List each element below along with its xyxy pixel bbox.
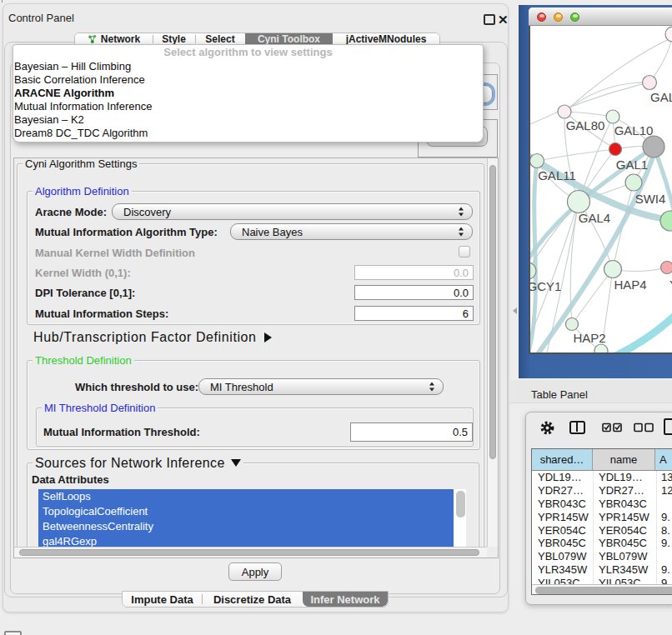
attribute-item-topologicalcoefficient[interactable]: TopologicalCoefficient xyxy=(38,504,454,519)
node-top-right[interactable] xyxy=(665,27,672,42)
float-window-icon[interactable] xyxy=(484,14,495,25)
attribute-item-gal4rgexp[interactable]: gal4RGexp xyxy=(38,534,454,547)
mi-type-combobox[interactable]: Naive Bayes xyxy=(230,223,473,240)
algorithm-option-bayesian-hill-climbing[interactable]: Bayesian – Hill Climbing xyxy=(13,60,483,73)
apply-button[interactable]: Apply xyxy=(228,562,282,581)
mi-type-value: Naive Bayes xyxy=(242,226,303,238)
table-horizontal-scrollbar[interactable] xyxy=(532,584,672,595)
node-label-hap2: HAP2 xyxy=(573,331,605,345)
table-row[interactable]: YDR27…YDR27…12 xyxy=(532,484,672,498)
tab-select[interactable]: Select xyxy=(195,33,245,45)
dpi-tolerance-field[interactable]: 0.0 xyxy=(354,285,474,300)
table-cell: YER054C xyxy=(532,524,593,537)
algorithm-option-mutual-information-inference[interactable]: Mutual Information Inference xyxy=(13,100,483,113)
vertical-scrollbar[interactable] xyxy=(487,158,498,547)
algorithm-option-basic-correlation-inference[interactable]: Basic Correlation Inference xyxy=(13,73,483,87)
network-canvas[interactable]: GAL7GAL80GAL10GAL1GAL11SWI4GAL4GCY1HAP4Y… xyxy=(529,26,672,354)
node-gal80[interactable] xyxy=(558,105,571,118)
close-traffic-light-icon[interactable] xyxy=(537,12,546,22)
document-icon[interactable] xyxy=(664,418,672,435)
which-threshold-label: Which threshold to use: xyxy=(75,381,198,393)
algorithm-option-dream8-dc-tdc-algorithm[interactable]: Dream8 DC_TDC Algorithm xyxy=(13,127,483,140)
mi-steps-label: Mutual Information Steps: xyxy=(35,308,168,320)
column-header-shared-[interactable]: shared… xyxy=(532,449,593,471)
horizontal-scrollbar-thumb[interactable] xyxy=(19,549,479,556)
node-hap2[interactable] xyxy=(566,318,579,331)
attribute-item-betweennesscentrality[interactable]: BetweennessCentrality xyxy=(38,519,454,534)
bottom-tab-infer-network[interactable]: Infer Network xyxy=(303,592,388,607)
mi-type-label: Mutual Information Algorithm Type: xyxy=(35,226,218,238)
tab-cyni-toolbox[interactable]: Cyni Toolbox xyxy=(245,33,333,45)
table-row[interactable]: YLR345WYLR345W9. xyxy=(532,563,672,577)
select-unchecked-icon[interactable] xyxy=(634,422,654,432)
node-gal10[interactable] xyxy=(606,110,619,123)
network-window-titlebar[interactable] xyxy=(529,8,672,26)
table-cell: YBR045C xyxy=(532,537,593,549)
table-cell: 9. xyxy=(655,537,672,549)
network-edge[interactable] xyxy=(564,112,613,117)
node-gray[interactable] xyxy=(643,136,664,158)
node-label-gal11: GAL11 xyxy=(538,168,576,182)
data-attributes-list[interactable]: SelfLoopsTopologicalCoefficientBetweenne… xyxy=(38,489,466,547)
table-row[interactable]: YPR145WYPR145W9. xyxy=(532,510,672,523)
algorithm-option-aracne-algorithm[interactable]: ARACNE Algorithm xyxy=(13,87,483,100)
node-gal7[interactable] xyxy=(643,76,657,90)
manual-kernel-checkbox[interactable] xyxy=(459,246,470,258)
zoom-traffic-light-icon[interactable] xyxy=(570,12,579,22)
horizontal-scrollbar[interactable] xyxy=(14,547,488,558)
node-green-right[interactable] xyxy=(660,211,672,231)
node-gal11[interactable] xyxy=(530,154,544,168)
network-edge[interactable] xyxy=(564,82,649,112)
node-label-hap4: HAP4 xyxy=(614,278,646,292)
tab-style[interactable]: Style xyxy=(153,33,195,45)
tab-jactivemnodules[interactable]: jActiveMNodules xyxy=(333,33,439,45)
which-threshold-value: MI Threshold xyxy=(210,381,273,393)
table-cell: 9. xyxy=(655,511,672,523)
node-label-gal1: GAL1 xyxy=(616,158,648,172)
table-row[interactable]: YER054CYER054C8. xyxy=(532,523,672,537)
bottom-tab-impute-data[interactable]: Impute Data xyxy=(123,592,202,607)
column-header-a[interactable]: A xyxy=(655,449,672,471)
which-threshold-combobox[interactable]: MI Threshold xyxy=(198,378,444,395)
table-row[interactable]: YDL19…YDL19…13 xyxy=(532,471,672,484)
table-hscrollbar-thumb[interactable] xyxy=(535,587,672,594)
select-checked-icon[interactable] xyxy=(602,422,622,432)
column-header-name[interactable]: name xyxy=(593,449,655,471)
mi-threshold-field[interactable]: 0.5 xyxy=(350,422,473,442)
tab-network[interactable]: Network xyxy=(75,33,153,45)
node-salmon[interactable] xyxy=(661,262,672,274)
algorithm-option-bayesian-k2[interactable]: Bayesian – K2 xyxy=(13,113,483,127)
kernel-width-field[interactable]: 0.0 xyxy=(354,265,474,280)
gear-icon[interactable] xyxy=(539,420,555,436)
network-edge-thick[interactable] xyxy=(615,316,672,352)
node-gal4[interactable] xyxy=(568,191,590,213)
network-edge[interactable] xyxy=(537,149,615,161)
network-edge[interactable] xyxy=(649,34,672,82)
split-columns-icon[interactable] xyxy=(569,421,585,434)
bottom-tab-discretize-data[interactable]: Discretize Data xyxy=(202,592,303,607)
mi-threshold-value: 0.5 xyxy=(453,426,468,438)
node-hap4[interactable] xyxy=(604,261,622,278)
splitter-collapse-icon[interactable] xyxy=(513,308,517,314)
attributes-list-scrollbar[interactable] xyxy=(456,491,465,518)
table-row[interactable]: YBL079WYBL079W xyxy=(532,550,672,563)
node-bottom[interactable] xyxy=(594,344,608,352)
mi-steps-field[interactable]: 6 xyxy=(354,306,474,321)
table-row[interactable]: YIL053CYIL053C9 xyxy=(532,576,672,584)
vertical-scrollbar-thumb[interactable] xyxy=(489,165,496,459)
table-row[interactable]: YBR045CYBR045C9. xyxy=(532,537,672,550)
table-cell: YDL19… xyxy=(593,471,655,483)
table-cell: YDR27… xyxy=(532,484,593,497)
kernel-width-label: Kernel Width (0,1): xyxy=(35,267,131,279)
hub-section-header[interactable]: Hub/Transcription Factor Definition xyxy=(33,330,272,345)
node-gal1[interactable] xyxy=(609,143,622,156)
table-row[interactable]: YBR043CYBR043C xyxy=(532,498,672,511)
table-cell: 9 xyxy=(655,577,672,584)
node-swi4[interactable] xyxy=(625,174,642,191)
attribute-item-selfloops[interactable]: SelfLoops xyxy=(38,489,454,504)
aracne-mode-combobox[interactable]: Discovery xyxy=(112,203,473,220)
close-icon[interactable]: ✕ xyxy=(498,12,509,28)
bottom-corner-button-fragment[interactable] xyxy=(4,631,22,635)
minimize-traffic-light-icon[interactable] xyxy=(554,12,563,22)
sources-group-title[interactable]: Sources for Network Inference xyxy=(33,457,243,469)
